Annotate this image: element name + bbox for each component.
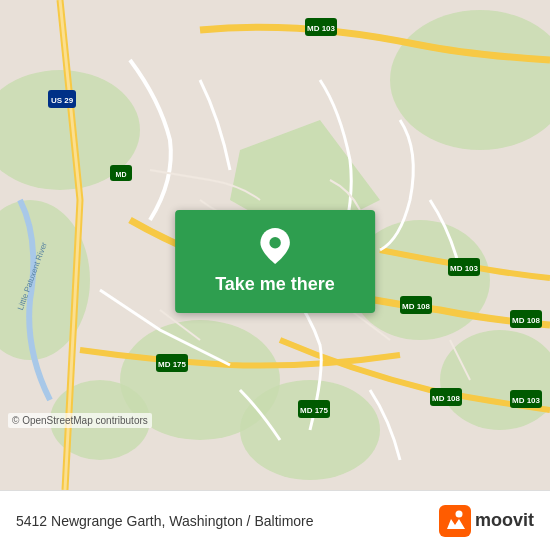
svg-point-35 (455, 510, 462, 517)
svg-text:MD 108: MD 108 (432, 394, 461, 403)
svg-point-33 (269, 237, 280, 248)
map-container: Little Patuxent River (0, 0, 550, 490)
address-text: 5412 Newgrange Garth, Washington / Balti… (16, 513, 429, 529)
moovit-text: moovit (475, 510, 534, 531)
svg-text:MD 108: MD 108 (512, 316, 541, 325)
moovit-logo: moovit (439, 505, 534, 537)
svg-text:MD 103: MD 103 (450, 264, 479, 273)
svg-text:MD: MD (116, 171, 127, 178)
location-pin-icon (257, 228, 293, 264)
svg-rect-34 (439, 505, 471, 537)
svg-text:MD 175: MD 175 (300, 406, 329, 415)
svg-text:MD 108: MD 108 (402, 302, 431, 311)
svg-text:US 29: US 29 (51, 96, 74, 105)
info-bar: 5412 Newgrange Garth, Washington / Balti… (0, 490, 550, 550)
moovit-icon (439, 505, 471, 537)
svg-text:MD 175: MD 175 (158, 360, 187, 369)
svg-text:MD 103: MD 103 (307, 24, 336, 33)
take-me-there-button[interactable]: Take me there (175, 210, 375, 313)
osm-credit: © OpenStreetMap contributors (8, 413, 152, 428)
svg-text:MD 103: MD 103 (512, 396, 541, 405)
take-me-there-label: Take me there (215, 274, 335, 295)
